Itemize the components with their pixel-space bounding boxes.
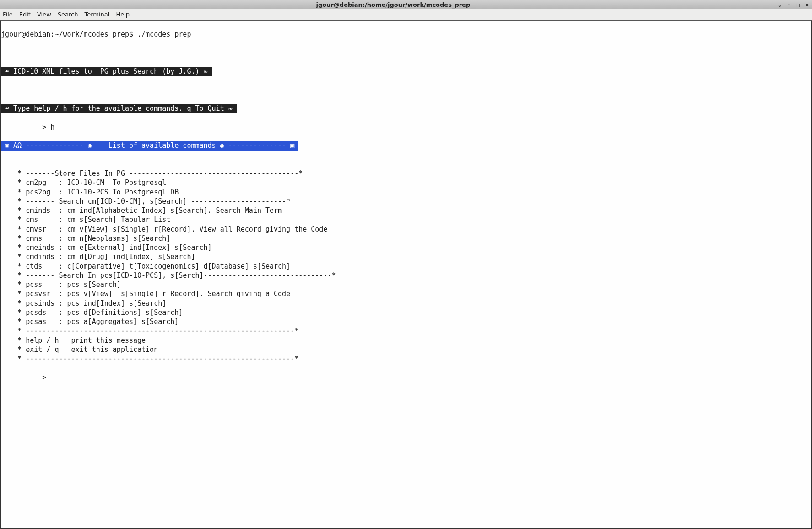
app-banner-title: ☙ ICD-10 XML files to PG plus Search (by… — [1, 67, 212, 76]
help-text-line: * pcs2pg : ICD-10-PCS To Postgresql DB — [1, 188, 811, 197]
help-text-line: * -------Store Files In PG -------------… — [1, 169, 811, 178]
help-text-line: * cm2pg : ICD-10-CM To Postgresql — [1, 178, 811, 187]
app-banner-help: ☙ Type help / h for the available comman… — [1, 104, 237, 113]
commands-header: ▣ ΑΩ -------------- ◉ List of available … — [1, 141, 298, 150]
shell-prompt-line: jgour@debian:~/work/mcodes_prep$ ./mcode… — [1, 30, 811, 39]
menu-file[interactable]: File — [3, 11, 13, 18]
help-text-line: * cmvsr : cm v[View] s[Single] r[Record]… — [1, 225, 811, 234]
help-text-line: * cminds : cm ind[Alphabetic Index] s[Se… — [1, 206, 811, 215]
help-text-line: * cms : cm s[Search] Tabular List — [1, 215, 811, 224]
menu-bar: File Edit View Search Terminal Help — [0, 9, 812, 20]
minimize-icon[interactable]: ⌄ — [777, 1, 783, 8]
maximize-icon[interactable]: □ — [795, 1, 801, 8]
menu-view[interactable]: View — [37, 11, 51, 18]
help-text-line — [1, 363, 811, 372]
window-titlebar: – jgour@debian:/home/jgour/work/mcodes_p… — [0, 0, 812, 9]
help-text-line: * ------- Search cm[ICD-10-CM], s[Search… — [1, 197, 811, 206]
help-text-line: * cmeinds : cm e[External] ind[Index] s[… — [1, 243, 811, 252]
blank-line — [1, 49, 811, 58]
help-text-line — [1, 160, 811, 169]
menu-edit[interactable]: Edit — [19, 11, 31, 18]
help-text-line: * --------------------------------------… — [1, 354, 811, 363]
help-text-line: * pcss : pcs s[Search] — [1, 280, 811, 289]
help-text-line: * exit / q : exit this application — [1, 345, 811, 354]
blank-line — [1, 86, 811, 95]
help-text-line: * pcsas : pcs a[Aggregates] s[Search] — [1, 317, 811, 326]
help-text-line: * ctds : c[Comparative] t[Toxicogenomics… — [1, 262, 811, 271]
close-icon[interactable]: × — [804, 1, 810, 8]
menu-search[interactable]: Search — [58, 11, 78, 18]
help-text-line: * pcsds : pcs d[Definitions] s[Search] — [1, 308, 811, 317]
menu-help[interactable]: Help — [116, 11, 130, 18]
help-text-line: > — [1, 373, 811, 382]
help-text-line: * cmdinds : cm d[Drug] ind[Index] s[Sear… — [1, 252, 811, 261]
help-text-line: * help / h : print this message — [1, 336, 811, 345]
menu-terminal[interactable]: Terminal — [84, 11, 109, 18]
help-text-line: * pcsvsr : pcs v[View] s[Single] r[Recor… — [1, 289, 811, 298]
user-input-line: > h — [1, 123, 811, 132]
window-menu-button[interactable]: – — [2, 0, 10, 9]
help-text-line: * --------------------------------------… — [1, 326, 811, 335]
help-text-line: * pcsinds : pcs ind[Index] s[Search] — [1, 299, 811, 308]
help-text-line: * ------- Search In pcs[ICD-10-PCS], s[S… — [1, 271, 811, 280]
window-title: jgour@debian:/home/jgour/work/mcodes_pre… — [10, 1, 777, 8]
help-text-line: * cmns : cm n[Neoplasms] s[Search] — [1, 234, 811, 243]
terminal-area[interactable]: jgour@debian:~/work/mcodes_prep$ ./mcode… — [0, 20, 812, 529]
pin-icon[interactable]: · — [786, 1, 792, 8]
